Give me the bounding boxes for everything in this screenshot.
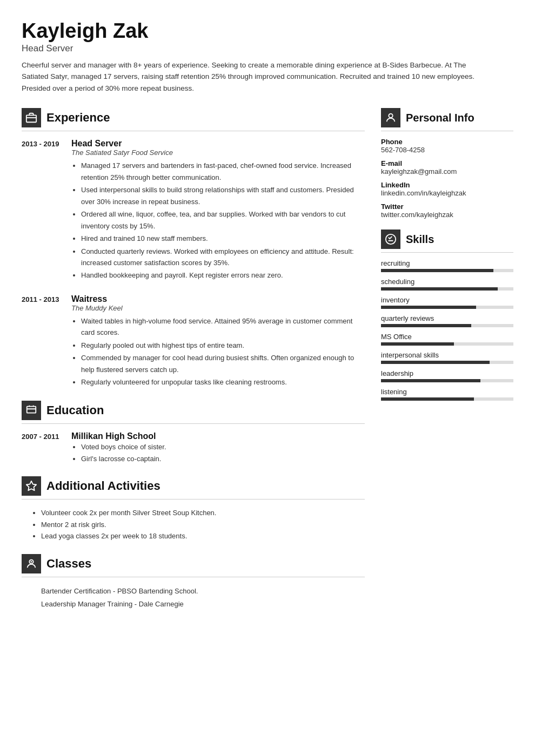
exp-bullets-1: Managed 17 servers and bartenders in fas… (71, 160, 365, 281)
education-section: Education 2007 - 2011 Millikan High Scho… (22, 401, 365, 464)
personal-info-title: Personal Info (406, 112, 474, 124)
summary-text: Cheerful server and manager with 8+ year… (22, 59, 492, 94)
classes-section-header: Classes (22, 554, 365, 577)
skills-icon (381, 230, 400, 249)
edu-bullet: Girl's lacrosse co-captain. (81, 453, 365, 464)
exp-dates-2: 2011 - 2013 (22, 294, 61, 389)
skill-item: MS Office (381, 333, 513, 346)
skill-name: recruiting (381, 259, 513, 267)
skill-bar-fill (381, 361, 490, 364)
skill-name: quarterly reviews (381, 314, 513, 322)
skill-name: leadership (381, 369, 513, 377)
exp-bullet: Regularly pooled out with highest tips o… (81, 340, 365, 351)
exp-entry-1: 2013 - 2019 Head Server The Satiated Sat… (22, 139, 365, 282)
exp-role-2: Waitress (71, 294, 365, 304)
activities-title: Additional Activities (46, 479, 160, 493)
skill-name: listening (381, 388, 513, 396)
skill-bar-background (381, 361, 513, 364)
skill-name: scheduling (381, 278, 513, 286)
exp-bullet: Waited tables in high-volume food servic… (81, 315, 365, 339)
skills-section: Skills recruitingschedulinginventoryquar… (381, 230, 513, 401)
twitter-value: twitter.com/kayleighzak (381, 211, 513, 219)
skills-header: Skills (381, 230, 513, 253)
exp-bullet: Hired and trained 10 new staff members. (81, 233, 365, 244)
twitter-item: Twitter twitter.com/kayleighzak (381, 202, 513, 219)
exp-bullet: Regularly volunteered for unpopular task… (81, 376, 365, 388)
linkedin-item: LinkedIn linkedin.com/in/kayleighzak (381, 181, 513, 197)
experience-icon (22, 108, 41, 127)
skill-item: interpersonal skills (381, 351, 513, 364)
exp-bullet: Commended by manager for cool head durin… (81, 352, 365, 375)
skill-name: inventory (381, 296, 513, 304)
skill-bar-fill (381, 287, 498, 291)
exp-bullet: Handled bookkeeping and payroll. Kept re… (81, 269, 365, 281)
skill-bar-background (381, 397, 513, 401)
email-value: kayleighzak@gmail.com (381, 167, 513, 176)
left-column: Experience 2013 - 2019 Head Server The S… (22, 108, 365, 623)
skill-bar-background (381, 287, 513, 291)
skill-item: recruiting (381, 259, 513, 272)
twitter-label: Twitter (381, 202, 513, 211)
classes-list: Bartender Certification - PBSO Bartendin… (22, 585, 365, 611)
class-item: Leadership Manager Training - Dale Carne… (41, 598, 365, 611)
skills-title: Skills (406, 233, 434, 246)
phone-label: Phone (381, 138, 513, 146)
exp-company-2: The Muddy Keel (71, 304, 365, 312)
skill-item: quarterly reviews (381, 314, 513, 327)
edu-dates-1: 2007 - 2011 (22, 431, 61, 464)
exp-dates-1: 2013 - 2019 (22, 139, 61, 282)
edu-bullet: Voted boys choice of sister. (81, 441, 365, 453)
experience-section: Experience 2013 - 2019 Head Server The S… (22, 108, 365, 389)
skill-bar-fill (381, 342, 454, 346)
skill-bar-fill (381, 324, 471, 327)
phone-item: Phone 562-708-4258 (381, 138, 513, 154)
activity-item: Mentor 2 at risk girls. (41, 519, 365, 530)
email-item: E-mail kayleighzak@gmail.com (381, 159, 513, 176)
candidate-name: Kayleigh Zak (22, 19, 513, 43)
skill-item: listening (381, 388, 513, 401)
activities-icon (22, 476, 41, 496)
activities-list: Volunteer cook 2x per month Silver Stree… (22, 507, 365, 542)
experience-title: Experience (46, 111, 110, 125)
activity-item: Lead yoga classes 2x per week to 18 stud… (41, 530, 365, 542)
skills-list: recruitingschedulinginventoryquarterly r… (381, 259, 513, 401)
svg-rect-0 (26, 116, 36, 123)
skill-bar-fill (381, 397, 474, 401)
svg-point-5 (389, 114, 392, 118)
exp-entry-2: 2011 - 2013 Waitress The Muddy Keel Wait… (22, 294, 365, 389)
education-icon (22, 401, 41, 420)
exp-details-2: Waitress The Muddy Keel Waited tables in… (71, 294, 365, 389)
classes-section: Classes Bartender Certification - PBSO B… (22, 554, 365, 611)
activities-section-header: Additional Activities (22, 476, 365, 500)
skill-bar-fill (381, 306, 476, 309)
classes-icon (22, 554, 41, 573)
experience-section-header: Experience (22, 108, 365, 131)
exp-bullet: Conducted quarterly reviews. Worked with… (81, 246, 365, 269)
activities-section: Additional Activities Volunteer cook 2x … (22, 476, 365, 542)
skill-bar-background (381, 306, 513, 309)
edu-bullets-1: Voted boys choice of sister. Girl's lacr… (71, 441, 365, 464)
skill-item: inventory (381, 296, 513, 309)
personal-info-section: Personal Info Phone 562-708-4258 E-mail … (381, 108, 513, 219)
exp-bullet: Managed 17 servers and bartenders in fas… (81, 160, 365, 183)
skill-bar-background (381, 269, 513, 272)
skill-bar-background (381, 379, 513, 382)
skill-bar-fill (381, 379, 480, 382)
personal-info-icon (381, 108, 400, 127)
skill-bar-fill (381, 269, 493, 272)
edu-details-1: Millikan High School Voted boys choice o… (71, 431, 365, 464)
phone-value: 562-708-4258 (381, 146, 513, 154)
classes-title: Classes (46, 557, 91, 571)
skill-name: MS Office (381, 333, 513, 341)
resume-header: Kayleigh Zak Head Server Cheerful server… (22, 19, 513, 94)
education-title: Education (46, 403, 104, 417)
exp-bullet: Used interpersonal skills to build stron… (81, 184, 365, 207)
exp-details-1: Head Server The Satiated Satyr Food Serv… (71, 139, 365, 282)
skill-bar-background (381, 342, 513, 346)
exp-bullet: Ordered all wine, liquor, coffee, tea, a… (81, 208, 365, 232)
exp-bullets-2: Waited tables in high-volume food servic… (71, 315, 365, 388)
linkedin-value: linkedin.com/in/kayleighzak (381, 189, 513, 197)
class-item: Bartender Certification - PBSO Bartendin… (41, 585, 365, 598)
personal-info-header: Personal Info (381, 108, 513, 131)
email-label: E-mail (381, 159, 513, 167)
